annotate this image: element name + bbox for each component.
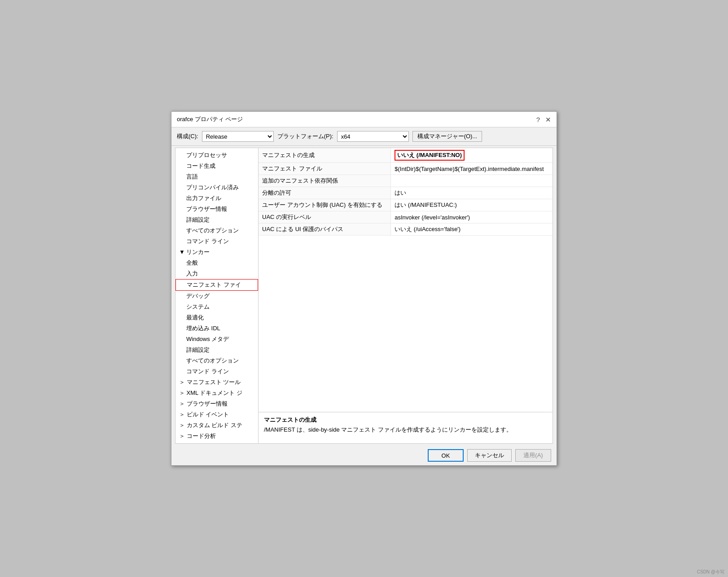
dialog-title: orafce プロパティ ページ (177, 115, 243, 123)
sidebar: プリプロセッサコード生成言語プリコンパイル済み出力ファイルブラウザー情報詳細設定… (175, 148, 259, 443)
prop-name-uac_bypass: UAC による UI 保護のバイパス (259, 223, 391, 236)
sidebar-item-language[interactable]: 言語 (175, 171, 258, 182)
sidebar-item-general[interactable]: 全般 (175, 258, 258, 268)
manager-button[interactable]: 構成マネージャー(O)... (412, 131, 482, 142)
main-area: プリプロセッサコード生成言語プリコンパイル済み出力ファイルブラウザー情報詳細設定… (175, 148, 553, 444)
sidebar-item-precompiled[interactable]: プリコンパイル済み (175, 182, 258, 193)
prop-name-uac_execution: UAC の実行レベル (259, 211, 391, 223)
props-data-table: マニフェストの生成いいえ (/MANIFEST:NO)マニフェスト ファイル$(… (259, 148, 553, 236)
prop-value-manifest_file: $(IntDir)$(TargetName)$(TargetExt).inter… (391, 163, 553, 175)
config-select[interactable]: Release (202, 131, 274, 142)
sidebar-item-custom_build_group[interactable]: ＞ カスタム ビルド ステ (175, 420, 258, 431)
apply-button[interactable]: 適用(A) (515, 449, 551, 462)
prop-row-uac_enable[interactable]: ユーザー アカウント制御 (UAC) を有効にするはい (/MANIFESTUA… (259, 199, 553, 211)
sidebar-item-codegen[interactable]: コード生成 (175, 161, 258, 171)
prop-row-additional_manifest[interactable]: 追加のマニフェスト依存関係 (259, 175, 553, 187)
sidebar-item-system[interactable]: システム (175, 302, 258, 312)
prop-value-allow_isolation: はい (391, 187, 553, 199)
prop-value-uac_bypass: いいえ (/uiAccess='false') (391, 223, 553, 236)
sidebar-item-code_analysis_group[interactable]: ＞ コード分析 (175, 431, 258, 441)
prop-name-manifest_file: マニフェスト ファイル (259, 163, 391, 175)
platform-label: プラットフォーム(P): (277, 132, 333, 140)
sidebar-item-alloptions[interactable]: すべてのオプション (175, 225, 258, 236)
sidebar-item-cmdline[interactable]: コマンド ライン (175, 236, 258, 247)
description-panel: マニフェストの生成 /MANIFEST は、side-by-side マニフェス… (259, 412, 553, 443)
sidebar-item-cmdline2[interactable]: コマンド ライン (175, 366, 258, 377)
prop-row-manifest_gen[interactable]: マニフェストの生成いいえ (/MANIFEST:NO) (259, 148, 553, 163)
sidebar-item-optimize[interactable]: 最適化 (175, 312, 258, 323)
sidebar-item-alloptions2[interactable]: すべてのオプション (175, 355, 258, 366)
sidebar-item-manifest_tool_group[interactable]: ＞ マニフェスト ツール (175, 377, 258, 388)
sidebar-item-advanced2[interactable]: 詳細設定 (175, 345, 258, 355)
toolbar: 構成(C): Release プラットフォーム(P): x64 構成マネージャー… (171, 127, 557, 146)
main-dialog: orafce プロパティ ページ ? ✕ 構成(C): Release プラット… (171, 111, 557, 466)
sidebar-item-embeddedidl[interactable]: 埋め込み IDL (175, 323, 258, 334)
prop-name-allow_isolation: 分離の許可 (259, 187, 391, 199)
platform-select[interactable]: x64 (337, 131, 409, 142)
sidebar-item-advanced[interactable]: 詳細設定 (175, 214, 258, 225)
sidebar-item-xml_doc_group[interactable]: ＞ XML ドキュメント ジ (175, 388, 258, 398)
sidebar-item-manifest_file[interactable]: マニフェスト ファイ (175, 279, 258, 291)
sidebar-item-browser_info_group[interactable]: ＞ ブラウザー情報 (175, 398, 258, 409)
prop-row-uac_execution[interactable]: UAC の実行レベルasInvoker (/level='asInvoker') (259, 211, 553, 223)
bottom-bar: OK キャンセル 適用(A) (171, 446, 557, 465)
watermark: CSDN @今写 (697, 569, 724, 575)
ok-button[interactable]: OK (428, 449, 464, 462)
properties-table: マニフェストの生成いいえ (/MANIFEST:NO)マニフェスト ファイル$(… (259, 148, 553, 412)
sidebar-item-browser[interactable]: ブラウザー情報 (175, 204, 258, 214)
cancel-button[interactable]: キャンセル (467, 449, 512, 462)
sidebar-item-winmeta[interactable]: Windows メタデ (175, 334, 258, 345)
highlighted-value: いいえ (/MANIFEST:NO) (395, 150, 465, 161)
title-bar: orafce プロパティ ページ ? ✕ (171, 112, 557, 127)
prop-value-uac_execution: asInvoker (/level='asInvoker') (391, 211, 553, 223)
sidebar-item-debug[interactable]: デバッグ (175, 291, 258, 302)
prop-name-uac_enable: ユーザー アカウント制御 (UAC) を有効にする (259, 199, 391, 211)
prop-row-uac_bypass[interactable]: UAC による UI 保護のバイパスいいえ (/uiAccess='false'… (259, 223, 553, 236)
sidebar-item-linker_group[interactable]: ▼ リンカー (175, 247, 258, 258)
title-bar-controls: ? ✕ (536, 116, 551, 123)
prop-name-manifest_gen: マニフェストの生成 (259, 148, 391, 163)
prop-value-uac_enable: はい (/MANIFESTUAC:) (391, 199, 553, 211)
description-text: /MANIFEST は、side-by-side マニフェスト ファイルを作成す… (264, 426, 547, 434)
sidebar-item-build_event_group[interactable]: ＞ ビルド イベント (175, 409, 258, 420)
config-label: 構成(C): (177, 132, 198, 140)
prop-value-additional_manifest (391, 175, 553, 187)
prop-row-manifest_file[interactable]: マニフェスト ファイル$(IntDir)$(TargetName)$(Targe… (259, 163, 553, 175)
close-button[interactable]: ✕ (545, 116, 551, 123)
prop-row-allow_isolation[interactable]: 分離の許可はい (259, 187, 553, 199)
description-title: マニフェストの生成 (264, 416, 547, 424)
content-area: マニフェストの生成いいえ (/MANIFEST:NO)マニフェスト ファイル$(… (259, 148, 553, 443)
help-button[interactable]: ? (536, 116, 540, 123)
sidebar-item-preprocessor[interactable]: プリプロセッサ (175, 150, 258, 161)
sidebar-item-output[interactable]: 出力ファイル (175, 193, 258, 204)
prop-name-additional_manifest: 追加のマニフェスト依存関係 (259, 175, 391, 187)
prop-value-manifest_gen: いいえ (/MANIFEST:NO) (391, 148, 553, 163)
sidebar-item-input[interactable]: 入力 (175, 268, 258, 279)
